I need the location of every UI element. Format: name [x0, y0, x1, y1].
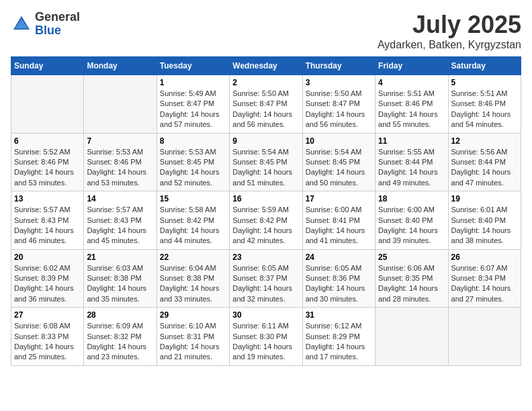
- daylight-text: Daylight: 14 hours and 23 minutes.: [87, 342, 146, 361]
- sunset-text: Sunset: 8:29 PM: [306, 332, 360, 340]
- sunset-text: Sunset: 8:44 PM: [451, 158, 506, 166]
- sunrise-text: Sunrise: 6:02 AM: [14, 264, 71, 272]
- sunrise-text: Sunrise: 5:57 AM: [87, 205, 143, 214]
- day-number: 30: [232, 310, 299, 320]
- sunrise-text: Sunrise: 6:10 AM: [160, 322, 216, 330]
- daylight-text: Daylight: 14 hours and 27 minutes.: [451, 284, 511, 302]
- daylight-text: Daylight: 14 hours and 35 minutes.: [87, 284, 146, 302]
- calendar-cell: 19Sunrise: 6:01 AMSunset: 8:40 PMDayligh…: [448, 191, 521, 250]
- day-info: Sunrise: 6:12 AMSunset: 8:29 PMDaylight:…: [306, 321, 372, 363]
- day-info: Sunrise: 6:09 AMSunset: 8:32 PMDaylight:…: [87, 321, 153, 363]
- sunrise-text: Sunrise: 5:53 AM: [160, 148, 216, 156]
- day-number: 6: [14, 136, 81, 146]
- day-info: Sunrise: 6:11 AMSunset: 8:30 PMDaylight:…: [232, 321, 299, 363]
- calendar-cell: 23Sunrise: 6:05 AMSunset: 8:37 PMDayligh…: [230, 249, 302, 308]
- weekday-header: Tuesday: [157, 57, 229, 75]
- calendar-cell: [84, 75, 157, 134]
- day-info: Sunrise: 5:53 AMSunset: 8:46 PMDaylight:…: [87, 147, 153, 189]
- sunset-text: Sunset: 8:36 PM: [306, 274, 360, 282]
- calendar-cell: [375, 308, 448, 366]
- sunrise-text: Sunrise: 6:00 AM: [378, 205, 435, 214]
- sunrise-text: Sunrise: 6:06 AM: [378, 264, 435, 272]
- day-info: Sunrise: 5:50 AMSunset: 8:47 PMDaylight:…: [306, 89, 372, 130]
- sunrise-text: Sunrise: 5:56 AM: [451, 148, 508, 156]
- daylight-text: Daylight: 14 hours and 49 minutes.: [378, 168, 438, 186]
- calendar-cell: 20Sunrise: 6:02 AMSunset: 8:39 PMDayligh…: [11, 249, 84, 308]
- day-number: 19: [451, 194, 518, 203]
- day-number: 13: [14, 194, 81, 203]
- calendar-cell: [11, 75, 84, 134]
- sunset-text: Sunset: 8:45 PM: [160, 158, 214, 166]
- calendar-week-row: 13Sunrise: 5:57 AMSunset: 8:43 PMDayligh…: [11, 191, 521, 250]
- day-info: Sunrise: 5:51 AMSunset: 8:46 PMDaylight:…: [451, 89, 518, 130]
- sunrise-text: Sunrise: 5:50 AM: [232, 89, 289, 97]
- sunrise-text: Sunrise: 5:59 AM: [232, 205, 289, 214]
- logo-general: General: [35, 11, 80, 24]
- sunset-text: Sunset: 8:40 PM: [378, 216, 433, 224]
- sunrise-text: Sunrise: 6:03 AM: [87, 264, 143, 272]
- daylight-text: Daylight: 14 hours and 56 minutes.: [232, 110, 292, 128]
- sunset-text: Sunset: 8:47 PM: [232, 99, 287, 107]
- sunrise-text: Sunrise: 5:49 AM: [160, 89, 216, 97]
- calendar-cell: 27Sunrise: 6:08 AMSunset: 8:33 PMDayligh…: [11, 308, 84, 366]
- sunrise-text: Sunrise: 6:07 AM: [451, 264, 508, 272]
- calendar-cell: 6Sunrise: 5:52 AMSunset: 8:46 PMDaylight…: [11, 133, 84, 191]
- calendar-cell: 4Sunrise: 5:51 AMSunset: 8:46 PMDaylight…: [375, 75, 448, 134]
- calendar-cell: 28Sunrise: 6:09 AMSunset: 8:32 PMDayligh…: [84, 308, 157, 366]
- day-number: 28: [87, 310, 153, 320]
- day-number: 14: [87, 194, 153, 203]
- day-number: 11: [378, 136, 445, 146]
- sunrise-text: Sunrise: 6:01 AM: [451, 205, 508, 214]
- sunrise-text: Sunrise: 5:54 AM: [306, 148, 362, 156]
- weekday-header: Thursday: [302, 57, 375, 75]
- day-info: Sunrise: 5:57 AMSunset: 8:43 PMDaylight:…: [87, 205, 153, 246]
- sunset-text: Sunset: 8:46 PM: [87, 158, 141, 166]
- calendar-week-row: 6Sunrise: 5:52 AMSunset: 8:46 PMDaylight…: [11, 133, 521, 191]
- daylight-text: Daylight: 14 hours and 56 minutes.: [306, 110, 365, 128]
- day-info: Sunrise: 5:49 AMSunset: 8:47 PMDaylight:…: [160, 89, 226, 130]
- logo: General Blue: [11, 11, 80, 38]
- calendar-cell: 1Sunrise: 5:49 AMSunset: 8:47 PMDaylight…: [157, 75, 229, 134]
- day-number: 15: [160, 194, 226, 203]
- day-info: Sunrise: 6:07 AMSunset: 8:34 PMDaylight:…: [451, 263, 518, 305]
- day-info: Sunrise: 6:08 AMSunset: 8:33 PMDaylight:…: [14, 321, 81, 363]
- daylight-text: Daylight: 14 hours and 53 minutes.: [14, 168, 74, 186]
- sunrise-text: Sunrise: 5:54 AM: [232, 148, 289, 156]
- day-info: Sunrise: 6:05 AMSunset: 8:37 PMDaylight:…: [232, 263, 299, 305]
- daylight-text: Daylight: 14 hours and 25 minutes.: [14, 342, 74, 361]
- sunset-text: Sunset: 8:45 PM: [306, 158, 360, 166]
- day-number: 24: [306, 253, 372, 262]
- day-number: 20: [14, 253, 81, 262]
- sunrise-text: Sunrise: 6:12 AM: [306, 322, 362, 330]
- sunrise-text: Sunrise: 5:58 AM: [160, 205, 216, 214]
- sunset-text: Sunset: 8:45 PM: [232, 158, 287, 166]
- sunrise-text: Sunrise: 5:53 AM: [87, 148, 143, 156]
- day-number: 7: [87, 136, 153, 146]
- sunrise-text: Sunrise: 6:04 AM: [160, 264, 216, 272]
- sunset-text: Sunset: 8:41 PM: [306, 216, 360, 224]
- daylight-text: Daylight: 14 hours and 36 minutes.: [14, 284, 74, 302]
- sunrise-text: Sunrise: 6:05 AM: [232, 264, 289, 272]
- day-info: Sunrise: 6:01 AMSunset: 8:40 PMDaylight:…: [451, 205, 518, 246]
- weekday-header: Sunday: [11, 57, 84, 75]
- daylight-text: Daylight: 14 hours and 52 minutes.: [160, 168, 220, 186]
- day-info: Sunrise: 6:06 AMSunset: 8:35 PMDaylight:…: [378, 263, 445, 305]
- sunset-text: Sunset: 8:46 PM: [451, 99, 506, 107]
- day-info: Sunrise: 5:57 AMSunset: 8:43 PMDaylight:…: [14, 205, 81, 246]
- day-info: Sunrise: 6:05 AMSunset: 8:36 PMDaylight:…: [306, 263, 372, 305]
- day-number: 12: [451, 136, 518, 146]
- day-info: Sunrise: 5:55 AMSunset: 8:44 PMDaylight:…: [378, 147, 445, 189]
- sunset-text: Sunset: 8:35 PM: [378, 274, 433, 282]
- daylight-text: Daylight: 14 hours and 42 minutes.: [232, 226, 292, 244]
- day-number: 31: [306, 310, 372, 320]
- calendar-cell: 7Sunrise: 5:53 AMSunset: 8:46 PMDaylight…: [84, 133, 157, 191]
- weekday-header: Wednesday: [230, 57, 302, 75]
- daylight-text: Daylight: 14 hours and 38 minutes.: [451, 226, 511, 244]
- sunrise-text: Sunrise: 6:08 AM: [14, 322, 71, 330]
- weekday-header: Saturday: [448, 57, 521, 75]
- logo-text: General Blue: [35, 11, 80, 38]
- logo-icon: [11, 13, 32, 35]
- sunrise-text: Sunrise: 5:52 AM: [14, 148, 71, 156]
- calendar-cell: 10Sunrise: 5:54 AMSunset: 8:45 PMDayligh…: [302, 133, 375, 191]
- calendar-cell: 13Sunrise: 5:57 AMSunset: 8:43 PMDayligh…: [11, 191, 84, 250]
